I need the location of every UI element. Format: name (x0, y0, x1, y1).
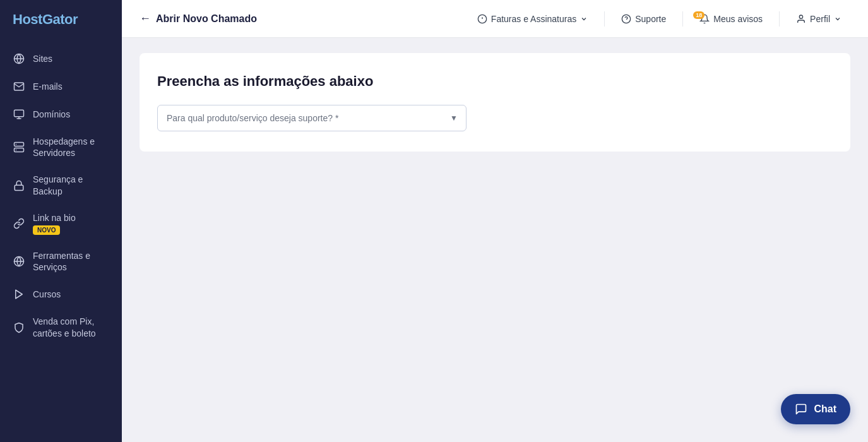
notif-wrapper: 18 (699, 14, 710, 24)
main-area: ← Abrir Novo Chamado Faturas e Assinatur… (122, 0, 868, 442)
sidebar-item-venda[interactable]: Venda com Pix, cartões e boleto (0, 309, 122, 345)
faturas-label: Faturas e Assinaturas (491, 14, 576, 24)
form-title: Preencha as informações abaixo (157, 73, 833, 90)
content-area: Preencha as informações abaixo Para qual… (122, 38, 868, 442)
user-icon (796, 14, 806, 24)
product-select[interactable]: Para qual produto/serviço deseja suporte… (157, 105, 467, 131)
sidebar-item-sites[interactable]: Sites (0, 45, 122, 72)
server-icon (13, 141, 25, 153)
lock-icon (13, 179, 25, 192)
sidebar-item-label: Ferramentas e Serviços (33, 250, 109, 273)
chat-icon (795, 403, 807, 415)
suporte-label: Suporte (635, 14, 666, 24)
sidebar-item-label: Hospedagens e Servidores (33, 136, 109, 158)
sidebar-item-hospedagens[interactable]: Hospedagens e Servidores (0, 129, 122, 165)
svg-point-18 (799, 15, 802, 18)
avisos-button[interactable]: 18 Meus avisos (691, 9, 771, 29)
suporte-icon (621, 14, 631, 24)
chat-label: Chat (814, 403, 836, 415)
sidebar-item-seguranca[interactable]: Segurança e Backup (0, 167, 122, 203)
sidebar-nav: Sites E-mails Domínios Hospedagens e Ser… (0, 39, 122, 352)
sidebar-item-label: Venda com Pix, cartões e boleto (33, 316, 109, 338)
perfil-chevron-icon (834, 15, 841, 23)
sidebar-item-label: Segurança e Backup (33, 174, 109, 196)
sidebar-item-label: Link na bio (33, 212, 76, 224)
faturas-icon (477, 14, 487, 24)
sidebar-item-ferramentas[interactable]: Ferramentas e Serviços (0, 243, 122, 280)
svg-marker-12 (16, 290, 23, 299)
sidebar: HostGator Sites E-mails Domínios Hosped (0, 0, 122, 442)
sidebar-item-linknabio-content: Link na bio NOVO (33, 212, 76, 235)
perfil-label: Perfil (810, 14, 830, 24)
faturas-button[interactable]: Faturas e Assinaturas (468, 9, 597, 29)
domain-icon (13, 108, 25, 121)
topbar: ← Abrir Novo Chamado Faturas e Assinatur… (122, 0, 868, 38)
svg-rect-2 (15, 110, 24, 117)
play-icon (13, 288, 25, 301)
brand-logo[interactable]: HostGator (0, 0, 122, 39)
sidebar-item-label: Sites (33, 53, 52, 64)
suporte-button[interactable]: Suporte (612, 9, 675, 29)
topbar-actions: Faturas e Assinaturas Suporte 18 Meus av… (468, 9, 850, 29)
globe-icon (13, 52, 25, 65)
tools-icon (13, 255, 25, 268)
shield-icon (13, 321, 25, 334)
topbar-divider (604, 11, 605, 27)
avisos-label: Meus avisos (713, 14, 763, 24)
notification-badge: 18 (693, 11, 705, 19)
novo-badge: NOVO (33, 225, 60, 235)
faturas-chevron-icon (580, 15, 588, 23)
topbar-divider2 (682, 11, 683, 27)
back-arrow-icon: ← (140, 12, 151, 25)
page-title: Abrir Novo Chamado (156, 13, 257, 25)
link-icon (13, 217, 25, 230)
sidebar-item-dominios[interactable]: Domínios (0, 101, 122, 128)
sidebar-item-label: Domínios (33, 109, 70, 120)
back-button[interactable]: ← Abrir Novo Chamado (140, 12, 257, 25)
sidebar-item-label: Cursos (33, 289, 61, 300)
email-icon (13, 80, 25, 93)
topbar-divider3 (779, 11, 780, 27)
product-select-wrapper: Para qual produto/serviço deseja suporte… (157, 105, 467, 131)
svg-rect-9 (15, 185, 23, 190)
perfil-button[interactable]: Perfil (787, 9, 850, 29)
chat-button[interactable]: Chat (781, 394, 850, 424)
sidebar-item-cursos[interactable]: Cursos (0, 281, 122, 308)
form-card: Preencha as informações abaixo Para qual… (140, 53, 850, 152)
sidebar-item-linknabio[interactable]: Link na bio NOVO (0, 205, 122, 242)
sidebar-item-label: E-mails (33, 81, 62, 92)
sidebar-item-emails[interactable]: E-mails (0, 73, 122, 100)
